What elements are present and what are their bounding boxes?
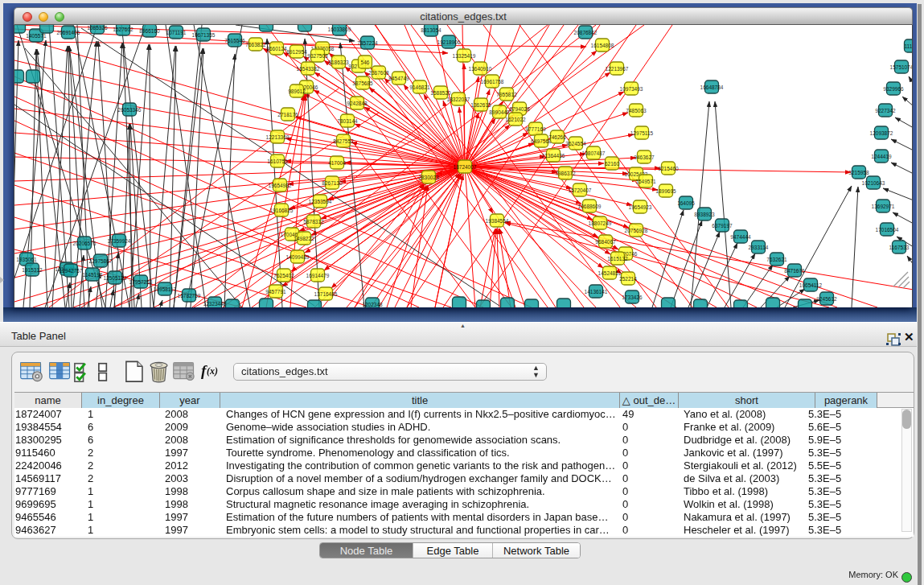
svg-text:9146821: 9146821 [409,84,430,90]
svg-text:746266: 746266 [548,134,566,140]
svg-text:26053346: 26053346 [118,107,142,113]
svg-text:14136141: 14136141 [585,289,608,295]
svg-text:3875685: 3875685 [352,80,373,86]
svg-text:12942757: 12942757 [60,268,83,274]
svg-text:14099489: 14099489 [286,254,310,260]
svg-text:9329966: 9329966 [883,86,904,92]
svg-text:9777169: 9777169 [525,126,546,132]
svg-text:5878312: 5878312 [303,219,324,225]
svg-text:1610755: 1610755 [267,159,288,164]
svg-text:13640910: 13640910 [469,66,492,72]
svg-text:7485063: 7485063 [626,108,647,113]
svg-text:9245612: 9245612 [816,296,837,302]
svg-text:1733426: 1733426 [622,295,643,300]
svg-text:8186323: 8186323 [328,60,349,65]
svg-text:7955812: 7955812 [496,92,517,97]
svg-text:12213369: 12213369 [266,134,290,140]
svg-text:9242848: 9242848 [347,101,368,106]
svg-text:16033809: 16033809 [328,27,351,32]
svg-text:1498222: 1498222 [294,236,314,241]
svg-text:17957253: 17957253 [129,279,153,285]
svg-text:12505123: 12505123 [104,275,127,281]
svg-text:2718176: 2718176 [277,112,298,117]
svg-text:12093872: 12093872 [870,130,893,136]
svg-text:12323448: 12323448 [203,301,227,307]
svg-text:15720407: 15720407 [569,187,592,193]
svg-text:7857224: 7857224 [357,40,378,46]
svg-text:2367608: 2367608 [368,70,389,76]
svg-text:22975867: 22975867 [89,258,113,264]
svg-text:6794028: 6794028 [509,106,530,112]
svg-text:62160: 62160 [605,161,619,167]
svg-text:164095: 164095 [677,200,695,206]
svg-text:18724007: 18724007 [454,164,477,170]
svg-text:19384554: 19384554 [486,218,509,224]
svg-text:18322037: 18322037 [447,97,470,102]
svg-text:20206576: 20206576 [73,241,97,246]
svg-text:1588520: 1588520 [430,90,451,96]
svg-text:11122: 11122 [904,43,913,49]
svg-text:13716485: 13716485 [314,291,338,297]
svg-text:10973493: 10973493 [620,86,643,92]
svg-text:16543382: 16543382 [297,66,320,72]
svg-text:9457791: 9457791 [265,289,286,295]
svg-text:8454749: 8454749 [388,76,409,81]
svg-text:10210643: 10210643 [862,180,885,186]
svg-text:9463627: 9463627 [634,154,655,160]
svg-text:3624554: 3624554 [565,141,586,146]
svg-text:8267130: 8267130 [322,180,343,186]
svg-text:1615132: 1615132 [607,256,628,262]
svg-text:10688609: 10688609 [578,204,602,209]
svg-text:8938923: 8938923 [694,212,715,217]
svg-text:12975115: 12975115 [630,130,654,136]
svg-text:10654112: 10654112 [799,282,823,288]
svg-text:2933114: 2933114 [749,245,769,250]
svg-text:8813054: 8813054 [421,27,441,33]
svg-text:8427552: 8427552 [333,138,354,144]
svg-text:(x): (x) [207,365,218,377]
svg-text:14524851: 14524851 [598,270,622,276]
svg-text:18807249: 18807249 [589,220,612,226]
svg-text:16914479: 16914479 [306,273,330,278]
svg-text:15751074: 15751074 [890,64,913,70]
svg-text:9327503: 9327503 [307,53,328,59]
svg-text:20691406: 20691406 [57,30,80,35]
svg-text:1899695: 1899695 [655,188,676,194]
svg-text:8990448: 8990448 [489,109,510,115]
svg-text:20756928: 20756928 [625,228,648,233]
svg-text:10807487: 10807487 [582,150,606,156]
svg-text:1935061: 1935061 [16,257,37,262]
svg-text:19166825: 19166825 [270,208,294,213]
svg-text:7515546: 7515546 [224,38,245,43]
svg-text:9684067: 9684067 [595,239,616,245]
svg-text:1071191: 1071191 [166,30,187,35]
svg-text:989612: 989612 [288,89,306,94]
svg-text:7625402: 7625402 [273,273,294,278]
svg-text:20876842: 20876842 [574,30,598,35]
svg-text:7986372: 7986372 [555,171,576,176]
svg-text:19654982: 19654982 [269,183,292,188]
svg-text:546: 546 [361,60,370,65]
svg-text:8660124: 8660124 [266,46,287,51]
svg-text:7663822: 7663822 [245,42,266,47]
svg-text:10671355: 10671355 [192,32,216,38]
svg-text:1145194: 1145194 [83,272,103,278]
svg-text:17016504: 17016504 [876,227,899,233]
svg-text:1527602: 1527602 [113,27,133,32]
svg-text:19654923: 19654923 [629,204,652,210]
svg-text:12353594: 12353594 [309,199,332,204]
svg-text:16154808: 16154808 [591,43,614,48]
svg-text:8471676: 8471676 [784,268,805,274]
svg-text:6379197: 6379197 [712,223,733,229]
svg-text:1167533: 1167533 [889,245,910,250]
svg-text:3215958: 3215958 [848,170,869,175]
svg-text:9474444: 9474444 [730,234,751,240]
svg-text:1362615: 1362615 [470,102,491,108]
svg-text:12213967: 12213967 [606,66,629,72]
svg-text:252214: 252214 [619,276,637,282]
svg-text:8966160: 8966160 [139,28,160,34]
svg-text:1202348: 1202348 [362,302,383,307]
svg-text:1085326: 1085326 [87,25,108,31]
svg-text:1915312: 1915312 [22,267,43,273]
svg-text:13692971: 13692971 [872,204,895,209]
